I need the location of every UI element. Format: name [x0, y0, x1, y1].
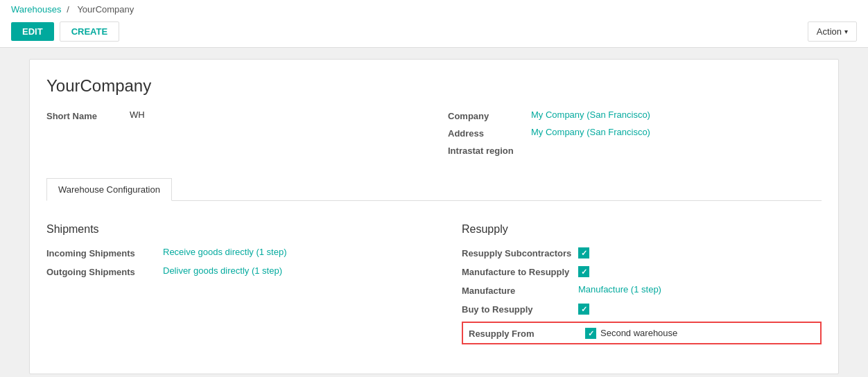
short-name-label: Short Name	[46, 109, 130, 121]
create-button[interactable]: CREATE	[60, 21, 119, 42]
intrastat-label: Intrastat region	[448, 144, 531, 156]
shipments-title: Shipments	[46, 223, 406, 236]
resupply-section: Resupply Resupply Subcontractors Manufac…	[462, 223, 822, 351]
manufacture-resupply-label: Manufacture to Resupply	[462, 265, 573, 277]
resupply-subcontractors-checkbox[interactable]	[578, 247, 589, 258]
short-name-row: Short Name WH	[46, 109, 420, 121]
form-right: Company My Company (San Francisco) Addre…	[448, 109, 822, 161]
resupply-subcontractors-label: Resupply Subcontractors	[462, 247, 573, 258]
edit-button[interactable]: EDIT	[11, 22, 54, 41]
address-row: Address My Company (San Francisco)	[448, 127, 822, 139]
company-label: Company	[448, 109, 531, 121]
intrastat-row: Intrastat region	[448, 144, 822, 156]
breadcrumb-separator: /	[67, 4, 69, 15]
company-row: Company My Company (San Francisco)	[448, 109, 822, 121]
main-content: YourCompany Short Name WH Company My Com…	[18, 59, 850, 374]
action-button[interactable]: Action	[808, 21, 857, 42]
manufacture-value[interactable]: Manufacture (1 step)	[578, 284, 661, 295]
outgoing-shipments-label: Outgoing Shipments	[46, 265, 157, 277]
toolbar: EDIT CREATE Action	[11, 16, 857, 47]
resupply-from-warehouse: Second warehouse	[600, 328, 677, 338]
resupply-from-label: Resupply From	[469, 327, 580, 339]
outgoing-shipments-row: Outgoing Shipments Deliver goods directl…	[46, 265, 406, 277]
short-name-value: WH	[130, 109, 145, 120]
form-card: YourCompany Short Name WH Company My Com…	[29, 59, 839, 374]
manufacture-resupply-row: Manufacture to Resupply	[462, 265, 822, 277]
buy-resupply-label: Buy to Resupply	[462, 303, 573, 315]
buy-resupply-checkbox[interactable]	[578, 304, 589, 315]
manufacture-label: Manufacture	[462, 284, 573, 296]
tab-content: Shipments Incoming Shipments Receive goo…	[46, 218, 822, 357]
incoming-shipments-value[interactable]: Receive goods directly (1 step)	[163, 247, 286, 257]
resupply-from-row: Resupply From Second warehouse	[462, 322, 822, 344]
address-label: Address	[448, 127, 531, 139]
record-title: YourCompany	[46, 76, 822, 96]
company-value[interactable]: My Company (San Francisco)	[531, 109, 650, 120]
manufacture-row: Manufacture Manufacture (1 step)	[462, 284, 822, 296]
resupply-title: Resupply	[462, 223, 822, 236]
resupply-from-checkbox[interactable]	[585, 328, 596, 339]
resupply-from-value: Second warehouse	[585, 327, 677, 339]
breadcrumb-parent[interactable]: Warehouses	[11, 4, 62, 15]
form-left: Short Name WH	[46, 109, 420, 161]
resupply-subcontractors-row: Resupply Subcontractors	[462, 247, 822, 258]
tabs: Warehouse Configuration	[46, 178, 822, 201]
breadcrumb-current: YourCompany	[77, 4, 134, 15]
shipments-section: Shipments Incoming Shipments Receive goo…	[46, 223, 406, 351]
incoming-shipments-label: Incoming Shipments	[46, 247, 157, 258]
incoming-shipments-row: Incoming Shipments Receive goods directl…	[46, 247, 406, 258]
address-value[interactable]: My Company (San Francisco)	[531, 127, 650, 137]
tab-warehouse-configuration[interactable]: Warehouse Configuration	[46, 178, 172, 201]
breadcrumb: Warehouses / YourCompany	[11, 0, 857, 16]
buy-resupply-row: Buy to Resupply	[462, 303, 822, 315]
manufacture-resupply-checkbox[interactable]	[578, 266, 589, 277]
outgoing-shipments-value[interactable]: Deliver goods directly (1 step)	[163, 265, 282, 276]
form-fields: Short Name WH Company My Company (San Fr…	[46, 109, 822, 161]
